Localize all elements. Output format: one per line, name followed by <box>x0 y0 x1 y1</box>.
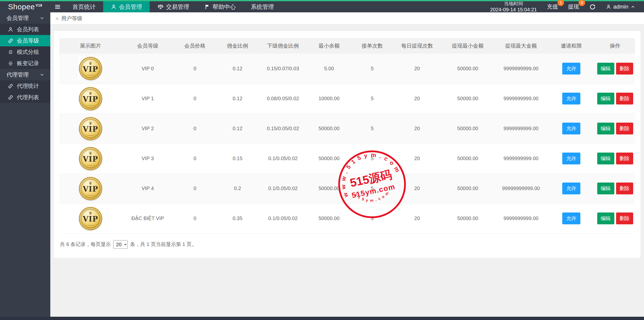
vip-coin-text: VIP <box>83 95 98 103</box>
local-time-label: 当地时间 <box>490 1 537 7</box>
cell-daily-withdraw-count: 20 <box>393 114 441 144</box>
column-header: 邀请权限 <box>547 38 595 54</box>
page-size-select[interactable]: 20 <box>113 240 128 249</box>
sidebar-item-member-level[interactable]: 会员等级 <box>0 35 50 46</box>
withdraw-badge: 0 <box>579 0 585 6</box>
cell-order-count: 5 <box>351 54 393 84</box>
table-row: ♛ VIP ĐẶC BIỆT VIP 0 0.35 0.1/0.05/0.02 … <box>59 203 635 233</box>
pagination-suffix: 条，共 1 页当前显示第 1 页。 <box>130 241 196 248</box>
column-header: 会员价格 <box>174 38 216 54</box>
horizontal-scrollbar[interactable] <box>0 317 644 320</box>
allow-button[interactable]: 允许 <box>562 212 580 224</box>
link-icon <box>8 83 14 89</box>
navbar-right: 当地时间 2024-09-14 15:04:21 充值 1 提现 0 admin <box>490 1 644 12</box>
user-icon <box>111 4 117 10</box>
edit-button[interactable]: 编辑 <box>597 212 614 224</box>
cell-sub-commission-ratio: 0.1/0.05/0.02 <box>259 173 307 203</box>
sidebar-item-label: 账变记录 <box>17 60 39 67</box>
cell-withdraw-min: 50000.00 <box>441 114 495 144</box>
cell-daily-withdraw-count: 20 <box>393 203 441 233</box>
column-header: 提现最大金额 <box>495 38 547 54</box>
sidebar-item-label: 模式分组 <box>17 48 39 56</box>
cell-withdraw-max: 9999999999.00 <box>495 114 547 144</box>
delete-button[interactable]: 删除 <box>616 63 633 75</box>
sidebar-item-member-list[interactable]: 会员列表 <box>0 24 50 35</box>
sidebar-item-agent-stats[interactable]: 代理统计 <box>0 80 50 92</box>
nav-tab-member-management[interactable]: 会员管理 <box>103 1 150 12</box>
allow-button[interactable]: 允许 <box>562 123 580 134</box>
nav-tab-system-management[interactable]: 系统管理 <box>243 1 281 12</box>
cell-daily-withdraw-count: 20 <box>393 144 441 173</box>
delete-button[interactable]: 删除 <box>616 93 633 104</box>
delete-button[interactable]: 删除 <box>616 183 633 194</box>
withdraw-link[interactable]: 提现 0 <box>568 3 579 11</box>
cell-display-image: ♛ VIP <box>59 54 122 84</box>
cell-member-level: VIP 1 <box>122 84 174 114</box>
column-header: 提现最小金额 <box>441 38 495 54</box>
refresh-button[interactable] <box>589 4 596 10</box>
withdraw-label: 提现 <box>568 4 579 10</box>
sidebar-item-mode-group[interactable]: 模式分组 <box>0 46 50 58</box>
sidebar-item-label: 会员列表 <box>17 26 39 33</box>
nav-tab-label: 会员管理 <box>119 3 142 11</box>
vip-coin-text: VIP <box>83 215 98 223</box>
cell-actions: 编辑删除 <box>595 144 635 173</box>
cell-member-level: VIP 3 <box>122 144 174 173</box>
sidebar-group-label: 代理管理 <box>7 71 29 79</box>
nav-tab-label: 系统管理 <box>251 3 274 11</box>
cell-member-price: 0 <box>174 173 216 203</box>
cell-withdraw-max: 99999999999.00 <box>495 173 547 203</box>
vip-coin-image: ♛ VIP <box>79 87 102 110</box>
app-version: V18 <box>36 3 42 7</box>
cell-daily-withdraw-count: 20 <box>393 173 441 203</box>
nav-tab-home-stats[interactable]: 首页统计 <box>65 1 103 12</box>
vip-coin-text: VIP <box>83 185 98 193</box>
edit-button[interactable]: 编辑 <box>597 93 614 104</box>
edit-button[interactable]: 编辑 <box>597 153 614 164</box>
delete-button[interactable]: 删除 <box>616 153 633 164</box>
pagination-prefix: 共 6 条记录，每页显示 <box>60 241 111 248</box>
allow-button[interactable]: 允许 <box>562 93 580 104</box>
crown-icon: ♛ <box>89 151 92 155</box>
cell-order-count: 5 <box>351 144 393 173</box>
cell-display-image: ♛ VIP <box>59 114 122 144</box>
cell-withdraw-min: 50000.00 <box>441 173 495 203</box>
cell-order-count: 3 <box>351 203 393 233</box>
cell-commission-ratio: 0.2 <box>216 173 259 203</box>
edit-button[interactable]: 编辑 <box>597 123 614 134</box>
vip-coin-image: ♛ VIP <box>79 207 102 230</box>
delete-button[interactable]: 删除 <box>616 123 633 134</box>
vip-coin-image: ♛ VIP <box>79 147 102 170</box>
edit-button[interactable]: 编辑 <box>597 63 614 75</box>
app-logo[interactable]: ShopeeV18 <box>0 1 50 12</box>
sidebar-item-account-change-log[interactable]: 账变记录 <box>0 58 50 69</box>
nav-tab-help-center[interactable]: 帮助中心 <box>197 1 243 12</box>
user-icon <box>8 26 14 32</box>
table-row: ♛ VIP VIP 0 0 0.12 0.15/0.07/0.03 5.00 5… <box>59 54 635 84</box>
cell-sub-commission-ratio: 0.1/0.05/0.02 <box>259 144 307 173</box>
cell-invite-permission: 允许 <box>547 173 595 203</box>
allow-button[interactable]: 允许 <box>562 63 580 75</box>
cell-member-level: VIP 2 <box>122 114 174 144</box>
allow-button[interactable]: 允许 <box>562 183 580 194</box>
delete-button[interactable]: 删除 <box>616 212 633 224</box>
cell-invite-permission: 允许 <box>547 114 595 144</box>
recharge-link[interactable]: 充值 1 <box>547 3 558 11</box>
vip-coin-text: VIP <box>83 65 98 73</box>
sidebar-item-agent-list[interactable]: 代理列表 <box>0 92 50 103</box>
sidebar-toggle-button[interactable] <box>50 1 65 12</box>
nav-tab-trade-management[interactable]: 交易管理 <box>150 1 197 12</box>
sidebar-group-agent-items: 代理统计 代理列表 <box>0 80 50 103</box>
column-header: 接单次数 <box>351 38 393 54</box>
allow-button[interactable]: 允许 <box>562 153 580 164</box>
cell-min-balance: 50000.00 <box>307 144 351 173</box>
sidebar-group-agent-management[interactable]: 代理管理 <box>0 69 50 80</box>
edit-button[interactable]: 编辑 <box>597 183 614 194</box>
cell-commission-ratio: 0.15 <box>216 144 259 173</box>
top-navbar: ShopeeV18 首页统计 会员管理 交易管理 帮助中心 系统管理 当地时间 … <box>0 1 644 12</box>
sidebar-group-member-management[interactable]: 会员管理 <box>0 12 50 24</box>
sidebar: 会员管理 会员列表 会员等级 模式分组 账变记录 代理管理 <box>0 12 50 317</box>
cell-actions: 编辑删除 <box>595 203 635 233</box>
user-menu[interactable]: admin <box>606 4 635 10</box>
table-row: ♛ VIP VIP 2 0 0.12 0.15/0.05/0.02 50000.… <box>59 114 635 144</box>
